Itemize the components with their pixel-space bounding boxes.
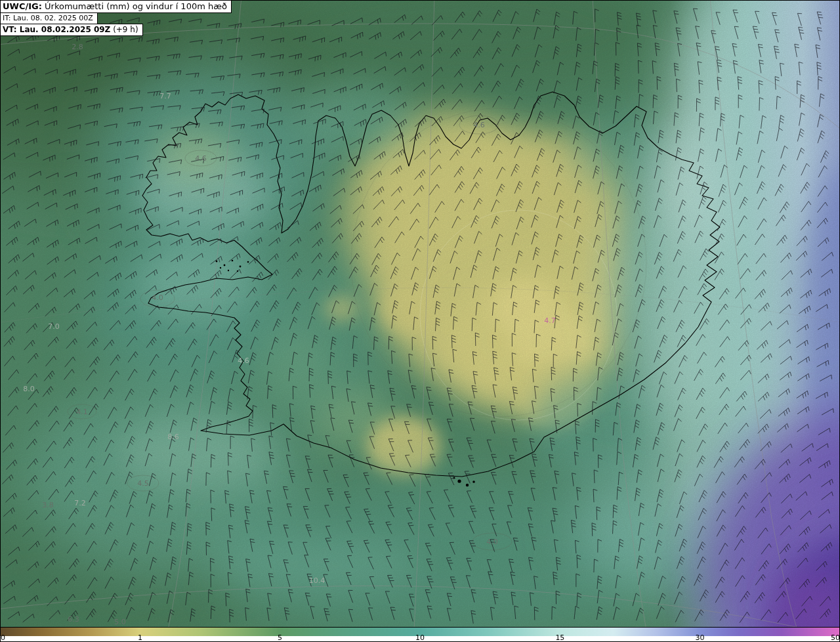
valid-time-label: VT: Lau. 08.02.2025 09Z (+9 h): [0, 24, 143, 36]
weather-map-screenshot: 2.87.74.64.64.07.08.04.14.68.64.53.87.24…: [0, 0, 840, 642]
colorbar-tick-label: 15: [555, 634, 564, 641]
colorbar-tick-labels: 01510153050: [0, 636, 840, 642]
init-time-label: IT: Lau. 08. 02. 2025 00Z: [0, 12, 98, 24]
colorbar-tick-label: 30: [696, 634, 705, 641]
map-title: UWC/IG: Úrkomumætti (mm) og vindur í 100…: [0, 0, 232, 13]
valid-time-text: VT: Lau. 08.02.2025 09Z: [3, 25, 110, 34]
colorbar: 01510153050: [0, 627, 840, 642]
map-title-text: Úrkomumætti (mm) og vindur í 100m hæð: [42, 1, 227, 11]
precipitation-wind-map-canvas: [0, 0, 840, 627]
colorbar-tick-label: 50: [831, 634, 840, 641]
colorbar-tick-label: 1: [138, 634, 142, 641]
model-id-label: UWC/IG:: [3, 1, 42, 11]
map-area: [0, 0, 840, 627]
colorbar-tick-label: 0: [1, 634, 5, 641]
map-title-box: UWC/IG: Úrkomumætti (mm) og vindur í 100…: [0, 0, 232, 36]
colorbar-tick-label: 10: [415, 634, 425, 641]
valid-time-offset: (+9 h): [110, 25, 138, 34]
colorbar-tick-label: 5: [278, 634, 282, 641]
